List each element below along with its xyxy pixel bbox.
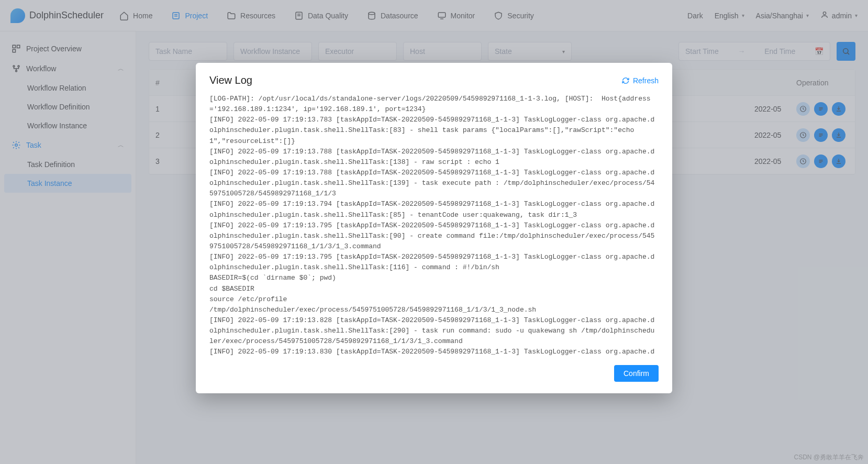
log-content[interactable]: [LOG-PATH]: /opt/usr/local/ds/standalone… (209, 94, 659, 356)
refresh-icon (621, 76, 630, 85)
refresh-button[interactable]: Refresh (621, 76, 659, 85)
confirm-button[interactable]: Confirm (614, 365, 659, 382)
view-log-modal: View Log Refresh [LOG-PATH]: /opt/usr/lo… (196, 63, 672, 393)
modal-title: View Log (209, 74, 252, 86)
modal-scrim[interactable]: View Log Refresh [LOG-PATH]: /opt/usr/lo… (0, 0, 868, 464)
watermark: CSDN @勇敢羊羊在飞奔 (794, 453, 864, 462)
